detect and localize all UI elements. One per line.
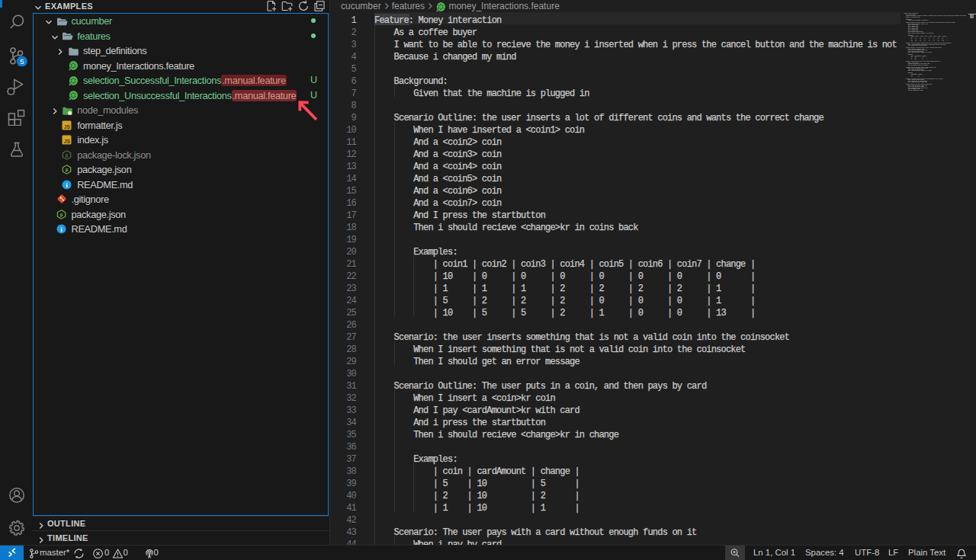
svg-text:β: β <box>59 213 63 217</box>
svg-text:β: β <box>66 168 69 172</box>
svg-text:JS: JS <box>64 124 71 130</box>
svg-text:β: β <box>66 153 69 158</box>
svg-text:5: 5 <box>20 57 24 66</box>
svg-text:JS: JS <box>64 139 71 144</box>
